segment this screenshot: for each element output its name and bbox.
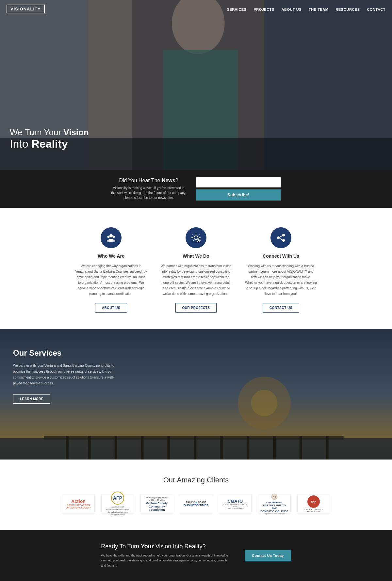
cta-headline: Ready To Turn Your Vision Into Reality? — [101, 543, 232, 550]
svg-point-8 — [109, 234, 113, 237]
svg-point-9 — [107, 236, 110, 238]
client-logo-vccf: Investing Together For Good. For Ever. V… — [140, 494, 173, 514]
connect-icon — [270, 227, 291, 248]
column-who-we-are: Who We Are We are changing the way organ… — [75, 227, 147, 313]
services-content: Our Services We partner with local Ventu… — [0, 329, 131, 423]
hero-section: We Turn Your Vision Into Reality — [0, 0, 392, 170]
cta-subtext: We have the skills and the track record … — [101, 553, 232, 568]
contact-us-today-button[interactable]: Contact Us Today — [245, 550, 291, 561]
newsletter-headline: Did You Hear The News? — [111, 178, 186, 184]
client-logo-pcbt: PACIFIC🌊COAST BUSINESS TIMES — [180, 494, 212, 514]
connect-title: Connect With Us — [245, 253, 317, 259]
clients-title: Our Amazing Clients — [10, 476, 382, 484]
svg-point-16 — [282, 234, 285, 236]
hero-reality: Reality — [31, 137, 68, 150]
svg-point-13 — [112, 240, 115, 242]
hero-vision: Vision — [63, 127, 89, 137]
column-what-we-do: What We Do We partner with organizations… — [160, 227, 232, 313]
newsletter-text: Did You Hear The News? Visionality is ma… — [111, 178, 186, 200]
nav-about[interactable]: ABOUT US — [282, 8, 302, 11]
who-we-are-icon — [101, 227, 122, 248]
cta-section: Ready To Turn Your Vision Into Reality? … — [0, 530, 392, 581]
who-we-are-title: Who We Are — [75, 253, 147, 259]
svg-text:CRF: CRF — [311, 501, 317, 504]
navigation: VISIONALITY SERVICES PROJECTS ABOUT US T… — [0, 0, 392, 18]
our-projects-button[interactable]: OUR PROJECTS — [175, 303, 217, 313]
clients-section: Our Amazing Clients Action COMMUNITY ACT… — [0, 460, 392, 530]
client-logo-cpedv: CA CALIFORNIAPARTNERSHIP TO ENDDOMESTIC … — [258, 494, 291, 514]
cta-text: Ready To Turn Your Vision Into Reality? … — [101, 543, 232, 568]
three-columns-section: Who We Are We are changing the way organ… — [0, 208, 392, 329]
what-we-do-icon — [186, 227, 206, 248]
who-we-are-text: We are changing the way organizations in… — [75, 263, 147, 297]
services-text: We partner with local Ventura and Santa … — [13, 363, 118, 386]
svg-line-20 — [280, 238, 282, 240]
newsletter-email-input[interactable] — [196, 177, 281, 187]
newsletter-section: Did You Hear The News? Visionality is ma… — [0, 170, 392, 208]
what-we-do-title: What We Do — [160, 253, 232, 259]
svg-point-10 — [113, 236, 115, 238]
nav-contact[interactable]: CONTACT — [367, 8, 385, 11]
newsletter-subscribe-button[interactable]: Subscribe! — [196, 189, 281, 201]
client-logo-crf: CRF CAMARILLO RANCHFOUNDATION — [297, 494, 330, 514]
hero-line2: Into Reality — [10, 137, 89, 150]
svg-line-19 — [280, 236, 282, 237]
nav-projects[interactable]: PROJECTS — [253, 8, 274, 11]
svg-text:CA: CA — [272, 496, 276, 499]
svg-point-18 — [282, 239, 285, 242]
logo[interactable]: VISIONALITY — [7, 5, 45, 13]
newsletter-form: Subscribe! — [196, 177, 281, 201]
nav-resources[interactable]: RESOURCES — [335, 8, 360, 11]
connect-text: Working with us means working with a tru… — [245, 263, 317, 297]
client-logo-cmato: CMATO CALIFORNIA MUSEUM OF ARTTHOUSAND O… — [219, 494, 252, 514]
services-title: Our Services — [13, 348, 118, 358]
nav-team[interactable]: THE TEAM — [309, 8, 328, 11]
client-logo-afp: AFP Association ofFundraising Profession… — [101, 494, 134, 514]
svg-point-12 — [107, 240, 110, 242]
client-logo-action: Action COMMUNITY ACTIONOF VENTURA COUNTY — [62, 494, 95, 514]
client-logos: Action COMMUNITY ACTIONOF VENTURA COUNTY… — [10, 494, 382, 514]
learn-more-button[interactable]: LEARN MORE — [13, 394, 50, 404]
column-connect: Connect With Us Working with us means wo… — [245, 227, 317, 313]
nav-links: SERVICES PROJECTS ABOUT US THE TEAM RESO… — [227, 6, 385, 12]
about-us-button[interactable]: ABOUT US — [95, 303, 127, 313]
hero-content: We Turn Your Vision Into Reality — [10, 127, 89, 150]
nav-services[interactable]: SERVICES — [227, 8, 246, 11]
contact-us-button[interactable]: CONTACT US — [263, 303, 299, 313]
what-we-do-text: We partner with organizations to transfo… — [160, 263, 232, 297]
newsletter-subtext: Visionality is making waves. If you're i… — [111, 186, 186, 200]
services-section: Our Services We partner with local Ventu… — [0, 329, 392, 460]
svg-point-17 — [277, 236, 280, 239]
hero-line1: We Turn Your Vision — [10, 127, 89, 137]
